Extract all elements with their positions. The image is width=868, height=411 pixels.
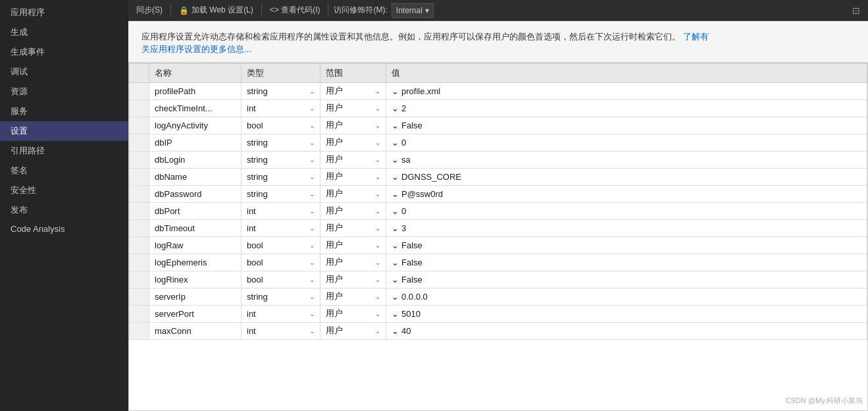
sidebar-item-调试[interactable]: 调试 [0, 62, 128, 82]
table-row[interactable]: dbLoginstring⌄用户⌄⌄sa [130, 151, 867, 168]
sidebar-item-引用路径[interactable]: 引用路径 [0, 141, 128, 161]
cell-scope[interactable]: 用户⌄ [320, 254, 386, 271]
table-row[interactable]: serverPortint⌄用户⌄⌄5010 [130, 305, 867, 322]
cell-type[interactable]: bool⌄ [242, 254, 320, 271]
cell-type[interactable]: int⌄ [242, 202, 320, 219]
cell-type[interactable]: string⌄ [242, 288, 320, 305]
cell-value[interactable]: ⌄P@ssw0rd [386, 185, 867, 202]
chevron-down-icon: ▾ [425, 6, 429, 15]
cell-scope[interactable]: 用户⌄ [320, 134, 386, 151]
cell-value[interactable]: ⌄0.0.0.0 [386, 288, 867, 305]
table-row[interactable]: dbTimeoutint⌄用户⌄⌄3 [130, 219, 867, 236]
cell-value[interactable]: ⌄False [386, 254, 867, 271]
cell-scope[interactable]: 用户⌄ [320, 219, 386, 236]
cell-type[interactable]: string⌄ [242, 134, 320, 151]
sidebar-item-生成[interactable]: 生成 [0, 22, 128, 42]
cell-scope[interactable]: 用户⌄ [320, 322, 386, 339]
learn-more-link[interactable]: 了解有 [683, 32, 709, 41]
cell-scope[interactable]: 用户⌄ [320, 151, 386, 168]
table-row[interactable]: dbNamestring⌄用户⌄⌄DGNSS_CORE [130, 168, 867, 185]
table-row[interactable]: dbIPstring⌄用户⌄⌄0 [130, 134, 867, 151]
cell-name: dbTimeout [149, 219, 242, 236]
cell-name: logEphemeris [149, 254, 242, 271]
table-row[interactable]: dbPasswordstring⌄用户⌄⌄P@ssw0rd [130, 185, 867, 202]
sidebar-item-安全性[interactable]: 安全性 [0, 180, 128, 200]
table-row[interactable]: logAnyActivitybool⌄用户⌄⌄False [130, 117, 867, 134]
sidebar-item-生成事件[interactable]: 生成事件 [0, 42, 128, 62]
modifier-dropdown[interactable]: Internal ▾ [392, 3, 434, 18]
cell-type[interactable]: bool⌄ [242, 117, 320, 134]
table-row[interactable]: serverIpstring⌄用户⌄⌄0.0.0.0 [130, 288, 867, 305]
row-number [130, 82, 149, 99]
table-row[interactable]: profilePathstring⌄用户⌄⌄profile.xml [130, 82, 867, 99]
row-number [130, 134, 149, 151]
row-number [130, 99, 149, 117]
load-web-label: 加载 Web 设置(L) [191, 5, 253, 16]
cell-type[interactable]: string⌄ [242, 82, 320, 99]
sidebar-item-资源[interactable]: 资源 [0, 82, 128, 101]
cell-value[interactable]: ⌄profile.xml [386, 82, 867, 99]
cell-value[interactable]: ⌄3 [386, 219, 867, 236]
header-value: 值 [386, 63, 867, 82]
table-row[interactable]: logRawbool⌄用户⌄⌄False [130, 236, 867, 254]
cell-scope[interactable]: 用户⌄ [320, 288, 386, 305]
settings-table: 名称 类型 范围 值 profilePathstring⌄用户⌄⌄profile… [129, 63, 867, 340]
row-number [130, 236, 149, 254]
more-info-link[interactable]: 关应用程序设置的更多信息... [141, 44, 251, 54]
cell-type[interactable]: bool⌄ [242, 236, 320, 254]
cell-scope[interactable]: 用户⌄ [320, 271, 386, 288]
sidebar-item-Code-Analysis[interactable]: Code Analysis [0, 220, 128, 238]
cell-scope[interactable]: 用户⌄ [320, 236, 386, 254]
cell-scope[interactable]: 用户⌄ [320, 82, 386, 99]
cell-type[interactable]: int⌄ [242, 219, 320, 236]
table-header-row: 名称 类型 范围 值 [130, 63, 867, 82]
cell-type[interactable]: int⌄ [242, 99, 320, 117]
lock-icon: 🔒 [179, 6, 189, 15]
sidebar-item-发布[interactable]: 发布 [0, 200, 128, 220]
cell-value[interactable]: ⌄40 [386, 322, 867, 339]
cell-value[interactable]: ⌄False [386, 117, 867, 134]
cell-scope[interactable]: 用户⌄ [320, 185, 386, 202]
load-web-button[interactable]: 🔒 加载 Web 设置(L) [174, 2, 259, 18]
row-number [130, 117, 149, 134]
sidebar-item-服务[interactable]: 服务 [0, 101, 128, 121]
table-row[interactable]: logEphemerisbool⌄用户⌄⌄False [130, 254, 867, 271]
cell-scope[interactable]: 用户⌄ [320, 305, 386, 322]
cell-name: checkTimeInt... [149, 99, 242, 117]
cell-value[interactable]: ⌄2 [386, 99, 867, 117]
table-row[interactable]: dbPortint⌄用户⌄⌄0 [130, 202, 867, 219]
resize-icon[interactable]: ⊡ [847, 3, 865, 18]
cell-type[interactable]: int⌄ [242, 305, 320, 322]
cell-scope[interactable]: 用户⌄ [320, 202, 386, 219]
cell-scope[interactable]: 用户⌄ [320, 117, 386, 134]
cell-value[interactable]: ⌄False [386, 271, 867, 288]
row-number [130, 305, 149, 322]
content-area: 应用程序设置允许动态存储和检索应用程序的属性设置和其他信息。例如，应用程序可以保… [128, 21, 868, 411]
table-row[interactable]: maxConnint⌄用户⌄⌄40 [130, 322, 867, 339]
sidebar-item-应用程序[interactable]: 应用程序 [0, 3, 128, 22]
table-row[interactable]: logRinexbool⌄用户⌄⌄False [130, 271, 867, 288]
cell-type[interactable]: int⌄ [242, 322, 320, 339]
cell-value[interactable]: ⌄sa [386, 151, 867, 168]
modifier-value: Internal [396, 6, 422, 15]
cell-value[interactable]: ⌄5010 [386, 305, 867, 322]
cell-type[interactable]: string⌄ [242, 151, 320, 168]
cell-value[interactable]: ⌄DGNSS_CORE [386, 168, 867, 185]
sidebar-item-签名[interactable]: 签名 [0, 161, 128, 180]
cell-type[interactable]: string⌄ [242, 168, 320, 185]
sidebar-item-设置[interactable]: 设置 [0, 121, 128, 141]
cell-type[interactable]: string⌄ [242, 185, 320, 202]
cell-name: profilePath [149, 82, 242, 99]
cell-value[interactable]: ⌄False [386, 236, 867, 254]
view-code-button[interactable]: <> 查看代码(I) [265, 2, 326, 18]
table-row[interactable]: checkTimeInt...int⌄用户⌄⌄2 [130, 99, 867, 117]
sync-button[interactable]: 同步(S) [131, 2, 168, 18]
cell-scope[interactable]: 用户⌄ [320, 99, 386, 117]
cell-value[interactable]: ⌄0 [386, 202, 867, 219]
cell-type[interactable]: bool⌄ [242, 271, 320, 288]
cell-name: logRinex [149, 271, 242, 288]
cell-value[interactable]: ⌄0 [386, 134, 867, 151]
cell-name: dbPassword [149, 185, 242, 202]
cell-name: maxConn [149, 322, 242, 339]
cell-scope[interactable]: 用户⌄ [320, 168, 386, 185]
